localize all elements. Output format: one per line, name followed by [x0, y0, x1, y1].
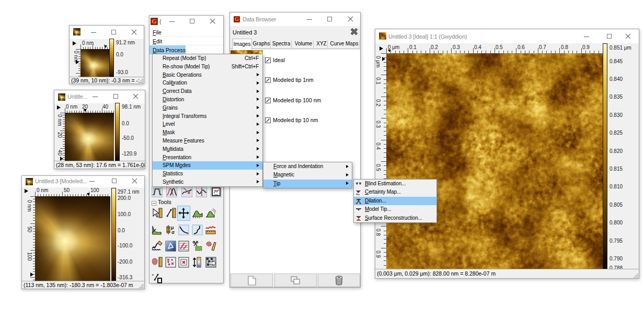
svg-text:×: × — [152, 272, 154, 277]
svg-text:σ: σ — [171, 230, 175, 235]
